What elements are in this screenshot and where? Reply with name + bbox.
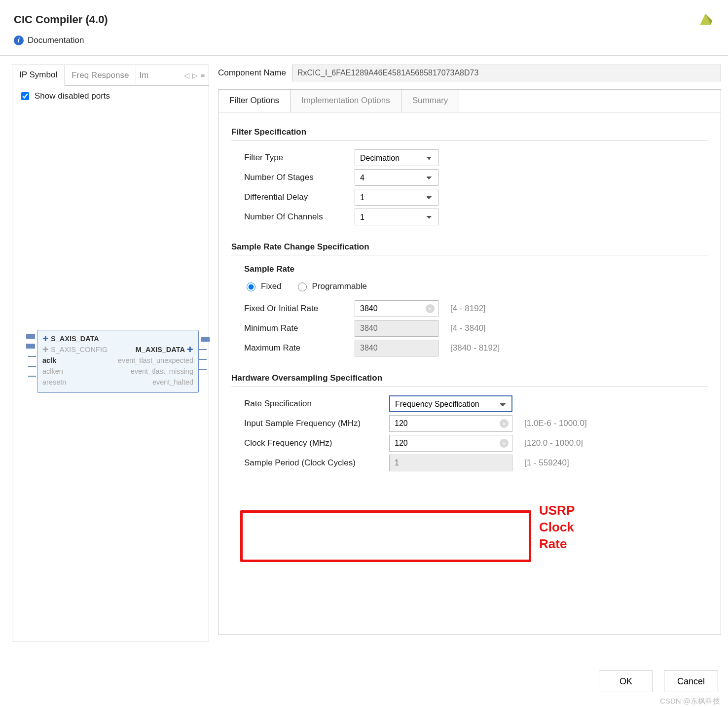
chevron-left-icon[interactable]: ◁ [184,71,189,79]
right-panel: Component Name Filter Options Implementa… [218,65,721,641]
max-rate-label: Maximum Rate [244,343,348,353]
body: IP Symbol Freq Response Im ◁ ▷ ≡ Show di… [0,56,728,646]
sample-rate-mode: Fixed Programmable [244,281,708,291]
tab-implementation-options[interactable]: Implementation Options [291,90,401,112]
show-disabled-ports-input[interactable] [21,92,29,100]
port-event-halted: event_halted [152,377,193,388]
min-rate-label: Minimum Rate [244,323,348,333]
sample-rate-subheading: Sample Rate [244,264,708,274]
dialog-title: CIC Compiler (4.0) [14,13,108,26]
max-rate-hint: [3840 - 8192] [450,343,500,353]
tab-filter-options[interactable]: Filter Options [218,90,291,112]
left-tab-controls: ◁ ▷ ≡ [180,71,209,79]
watermark: CSDN @东枫科技 [660,697,720,706]
port-m-axis-data: M_AXIS_DATA [136,346,185,354]
tab-ip-symbol[interactable]: IP Symbol [12,65,65,86]
input-freq-input[interactable] [389,415,512,432]
port-event-missing: event_tlast_missing [131,366,193,377]
input-freq-hint: [1.0E-6 - 1000.0] [524,419,587,428]
clock-freq-hint: [120.0 - 1000.0] [524,438,583,448]
stages-select[interactable]: 4 [355,169,438,186]
svg-rect-2 [26,334,35,339]
filter-type-label: Filter Type [244,153,348,163]
title-bar: CIC Compiler (4.0) [0,0,728,33]
component-row: Component Name [218,65,721,81]
chevron-right-icon[interactable]: ▷ [192,71,198,79]
input-freq-label: Input Sample Frequency (MHz) [244,419,382,428]
max-rate-input [355,340,438,356]
svg-rect-7 [201,337,210,342]
port-aresetn: aresetn [42,377,66,388]
component-name-label: Component Name [218,68,286,78]
ip-symbol-block: ✚ S_AXIS_DATA ✚ S_AXIS_CONFIGM_AXIS_DATA… [37,330,199,393]
left-body: Show disabled ports ✚ S_AXIS_DATA ✚ S_A [12,86,209,641]
menu-icon[interactable]: ≡ [201,71,205,79]
left-pins-icon [26,333,37,392]
rate-spec-select[interactable]: Frequency Specification [389,395,512,412]
filter-type-select[interactable]: Decimation [355,149,438,166]
cancel-button[interactable]: Cancel [664,671,718,692]
tab-freq-response[interactable]: Freq Response [65,66,136,85]
port-s-axis-data: S_AXIS_DATA [51,335,99,343]
show-disabled-ports-label: Show disabled ports [35,91,110,101]
hw-spec-heading: Hardware Oversampling Specification [231,373,708,383]
port-aclk: aclk [42,356,56,364]
port-event-unexpected: event_tlast_unexpected [118,355,193,366]
min-rate-input [355,320,438,337]
radio-programmable[interactable]: Programmable [295,281,367,291]
config-body: Filter Specification Filter Type Decimat… [218,112,721,635]
tab-summary[interactable]: Summary [401,90,460,112]
port-aclken: aclken [42,366,63,377]
channels-label: Number Of Channels [244,212,348,222]
left-tabs: IP Symbol Freq Response Im ◁ ▷ ≡ [12,65,209,86]
info-icon: i [14,35,24,45]
footer-buttons: OK Cancel [599,671,718,692]
diff-delay-select[interactable]: 1 [355,189,438,206]
ok-button[interactable]: OK [599,671,653,692]
ip-box: ✚ S_AXIS_DATA ✚ S_AXIS_CONFIGM_AXIS_DATA… [37,330,199,393]
annotation-text: USRP Clock Rate [539,502,575,552]
fixed-rate-label: Fixed Or Initial Rate [244,304,348,314]
component-name-input [292,65,721,81]
radio-fixed[interactable]: Fixed [244,281,282,291]
fixed-rate-input[interactable] [355,300,438,317]
clock-freq-input[interactable] [389,435,512,452]
documentation-row: i Documentation [0,33,728,56]
svg-rect-3 [26,344,35,349]
xilinx-logo-icon [696,11,714,29]
port-s-axis-config: S_AXIS_CONFIG [51,346,108,354]
stages-label: Number Of Stages [244,173,348,182]
annotation-box [240,510,531,562]
right-pins-icon [199,333,210,382]
window: CIC Compiler (4.0) i Documentation IP Sy… [0,0,728,707]
show-disabled-ports-checkbox[interactable]: Show disabled ports [19,91,202,102]
filter-spec-heading: Filter Specification [231,127,708,137]
left-panel: IP Symbol Freq Response Im ◁ ▷ ≡ Show di… [12,65,209,641]
rate-spec-label: Rate Specification [244,399,382,409]
tab-truncated[interactable]: Im [136,66,180,85]
config-tabs: Filter Options Implementation Options Su… [218,89,721,112]
rate-spec-heading: Sample Rate Change Specification [231,242,708,252]
sample-period-label: Sample Period (Clock Cycles) [244,458,382,468]
documentation-link[interactable]: Documentation [28,35,84,45]
fixed-rate-hint: [4 - 8192] [450,304,486,314]
clock-freq-label: Clock Frequency (MHz) [244,438,382,448]
diff-delay-label: Differential Delay [244,192,348,202]
min-rate-hint: [4 - 3840] [450,323,486,333]
sample-period-hint: [1 - 559240] [524,458,569,468]
channels-select[interactable]: 1 [355,209,438,225]
sample-period-input [389,455,512,471]
